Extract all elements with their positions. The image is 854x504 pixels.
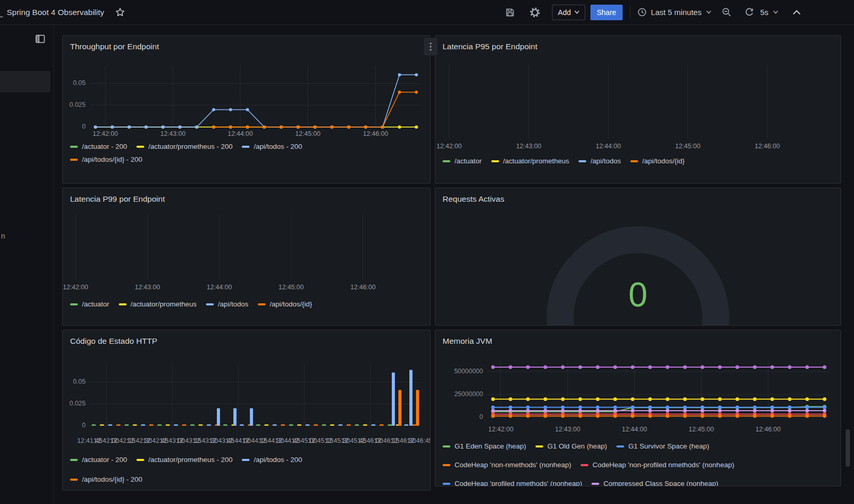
panel-requests-activas: Requests Activas 0 — [435, 188, 841, 326]
time-range-label: Last 5 minutes — [651, 8, 702, 17]
panel-title[interactable]: Latencia P99 por Endpoint — [70, 194, 165, 204]
legend-color-chip — [70, 459, 78, 461]
legend-label: G1 Eden Space (heap) — [454, 442, 526, 450]
sidebar-active-item[interactable] — [0, 71, 50, 92]
y-axis-tick: 0.025 — [70, 101, 86, 108]
save-dashboard-icon[interactable] — [502, 5, 518, 20]
legend-item[interactable]: /actuator - 200 — [70, 456, 127, 464]
legend-item[interactable]: G1 Old Gen (heap) — [535, 442, 607, 450]
collapse-toolbar-chevron-up-icon[interactable] — [789, 5, 804, 20]
time-range-picker[interactable]: Last 5 minutes — [638, 5, 712, 20]
x-axis-tick: 12:46:45 — [407, 437, 431, 444]
favorite-star-icon[interactable] — [113, 5, 128, 20]
chart-area[interactable] — [90, 66, 420, 127]
legend-label: G1 Old Gen (heap) — [547, 442, 607, 450]
legend-color-chip — [591, 483, 599, 485]
refresh-interval-picker[interactable]: 5s — [760, 5, 778, 20]
x-axis-labels: 12:42:0012:43:0012:44:0012:45:0012:46:00 — [437, 143, 830, 152]
legend-item[interactable]: Compressed Class Space (nonheap) — [591, 480, 718, 486]
legend-item[interactable]: /api/todos — [578, 157, 621, 165]
x-axis-tick: 12:45:00 — [279, 284, 304, 291]
legend-color-chip — [206, 303, 214, 305]
legend-label: /actuator - 200 — [82, 456, 127, 464]
legend-item[interactable]: /api/todos/{id} - 200 — [70, 475, 142, 483]
legend-label: /api/todos/{id} - 200 — [82, 156, 142, 163]
legend-color-chip — [616, 445, 624, 447]
x-axis-tick: 12:46:00 — [363, 130, 388, 137]
legend-item[interactable]: /actuator — [70, 300, 109, 308]
y-axis-tick: 0.05 — [73, 79, 86, 87]
legend-label: CodeHeap 'non-nmethods' (nonheap) — [454, 461, 571, 469]
panel-codigo-estado-http: Código de Estado HTTP 00.0250.05 12:41:4… — [62, 330, 431, 491]
sidebar-toggle-icon[interactable] — [35, 34, 45, 45]
clock-icon — [638, 8, 646, 17]
legend-item[interactable]: /api/todos - 200 — [242, 456, 302, 464]
legend: /actuator - 200/actuator/prometheus - 20… — [70, 143, 426, 169]
x-axis-tick: 12:43:00 — [555, 426, 581, 433]
legend-label: G1 Survivor Space (heap) — [628, 442, 709, 450]
panel-menu-kebab-icon[interactable] — [424, 38, 437, 55]
panel-throughput: Throughput por Endpoint 00.0250.05 12:42… — [62, 35, 431, 184]
panel-title[interactable]: Latencia P95 por Endpoint — [443, 42, 538, 51]
refresh-icon[interactable] — [741, 5, 757, 20]
chart-area[interactable] — [65, 214, 420, 279]
legend-color-chip — [119, 303, 127, 305]
chart-area[interactable] — [487, 359, 828, 417]
y-axis-tick: 0.05 — [73, 378, 86, 385]
x-axis-tick: 12:42:00 — [63, 284, 88, 291]
zoom-out-icon[interactable] — [719, 5, 734, 20]
panel-memoria-jvm: Memoria JVM 02500000050000000 12:42:0012… — [435, 330, 841, 486]
legend-color-chip — [242, 146, 250, 148]
legend-color-chip — [535, 445, 543, 447]
scrollbar-thumb[interactable] — [846, 429, 850, 467]
legend-item[interactable]: /actuator - 200 — [70, 143, 127, 150]
legend-color-chip — [70, 303, 78, 305]
legend-item[interactable]: G1 Survivor Space (heap) — [616, 442, 709, 450]
gauge-value: 0 — [435, 277, 841, 312]
legend-item[interactable]: /actuator — [443, 157, 482, 165]
legend-color-chip — [136, 146, 144, 148]
legend-color-chip — [136, 459, 144, 461]
legend-item[interactable]: CodeHeap 'non-profiled nmethods' (nonhea… — [581, 461, 734, 469]
y-axis-tick: 25000000 — [454, 390, 483, 398]
legend-item[interactable]: /api/todos/{id} - 200 — [70, 156, 142, 163]
legend-item[interactable]: /api/todos - 200 — [242, 143, 302, 150]
add-button[interactable]: Add — [552, 5, 585, 20]
legend-item[interactable]: /api/todos/{id} — [630, 157, 685, 165]
x-axis-tick: 12:44:00 — [228, 130, 253, 137]
legend-item[interactable]: CodeHeap 'non-nmethods' (nonheap) — [443, 461, 571, 469]
legend-label: /actuator/prometheus - 200 — [148, 456, 232, 464]
legend-item[interactable]: /actuator/prometheus — [119, 300, 197, 308]
x-axis-labels: 12:41:4512:42:0012:42:1512:42:3012:42:45… — [90, 437, 420, 446]
dashboard-settings-gear-icon[interactable] — [527, 5, 543, 20]
panel-title[interactable]: Memoria JVM — [443, 337, 492, 346]
legend-label: /api/todos — [218, 300, 249, 308]
y-axis-tick: 0.025 — [70, 400, 86, 407]
y-axis-tick: 0 — [82, 123, 86, 130]
legend-color-chip — [443, 483, 450, 485]
chart-area[interactable] — [437, 65, 830, 138]
x-axis-tick: 12:43:00 — [516, 143, 542, 150]
legend-item[interactable]: CodeHeap 'profiled nmethods' (nonheap) — [443, 480, 582, 486]
x-axis-tick: 12:45:00 — [675, 143, 700, 150]
legend-item[interactable]: /api/todos — [206, 300, 249, 308]
chart-area[interactable] — [90, 363, 420, 426]
legend-label: /actuator/prometheus — [503, 157, 570, 165]
x-axis-tick: 12:45:00 — [688, 426, 714, 433]
y-axis-tick: 0 — [479, 413, 483, 421]
legend-item[interactable]: /actuator/prometheus - 200 — [136, 456, 232, 464]
legend-item[interactable]: /actuator/prometheus - 200 — [136, 143, 232, 150]
legend-color-chip — [491, 160, 499, 162]
share-button[interactable]: Share — [590, 5, 622, 20]
legend-item[interactable]: /api/todos/{id} — [258, 300, 312, 308]
legend-color-chip — [581, 464, 588, 466]
x-axis-tick: 12:43:00 — [135, 284, 160, 291]
top-navigation: Spring Boot 4 Observability — [0, 0, 854, 25]
x-axis-tick: 12:42:00 — [93, 130, 118, 137]
legend-label: /actuator/prometheus - 200 — [148, 143, 232, 150]
legend-item[interactable]: G1 Eden Space (heap) — [443, 442, 526, 450]
panel-title[interactable]: Throughput por Endpoint — [70, 42, 159, 51]
legend-item[interactable]: /actuator/prometheus — [491, 157, 570, 165]
dashboard-title: Spring Boot 4 Observability — [7, 8, 104, 17]
panel-title[interactable]: Código de Estado HTTP — [70, 337, 157, 346]
